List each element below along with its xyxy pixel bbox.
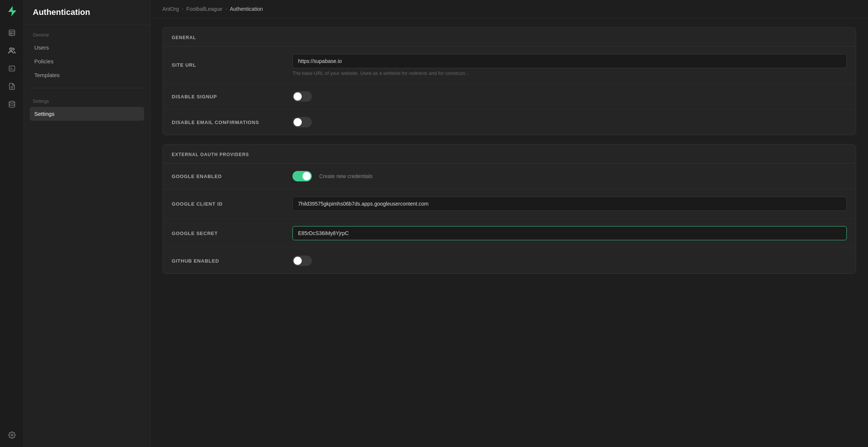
oauth-section-title: EXTERNAL OAUTH PROVIDERS — [163, 145, 856, 164]
svg-point-9 — [9, 101, 15, 103]
google-enabled-extra: Create new credentials — [292, 171, 847, 181]
github-enabled-toggle[interactable] — [292, 256, 312, 266]
google-enabled-slider — [292, 171, 312, 181]
disable-signup-label: DISABLE SIGNUP — [172, 94, 283, 99]
sidebar-item-users[interactable]: Users — [30, 41, 144, 54]
github-enabled-row: GITHUB ENABLED — [163, 248, 856, 273]
site-url-row: SITE URL The base URL of your website. U… — [163, 47, 856, 84]
svg-point-10 — [11, 434, 13, 436]
general-section-card: GENERAL SITE URL The base URL of your we… — [162, 27, 856, 135]
settings-section-label: Settings — [30, 99, 144, 104]
general-section-label: General — [30, 32, 144, 38]
github-enabled-label: GITHUB ENABLED — [172, 258, 283, 264]
disable-email-label: DISABLE EMAIL CONFIRMATIONS — [172, 120, 283, 125]
oauth-section-card: EXTERNAL OAUTH PROVIDERS GOOGLE ENABLED … — [162, 144, 856, 274]
google-enabled-label: GOOGLE ENABLED — [172, 174, 283, 179]
document-nav-icon[interactable] — [4, 79, 19, 94]
terminal-nav-icon[interactable] — [4, 61, 19, 76]
site-url-input[interactable] — [292, 54, 847, 68]
breadcrumb-antorg: AntOrg — [162, 6, 179, 12]
create-credentials-link[interactable]: Create new credentials — [319, 173, 373, 179]
google-enabled-control: Create new credentials — [292, 171, 847, 181]
svg-point-4 — [10, 48, 12, 51]
breadcrumb-footballleague: FootballLeague — [186, 6, 222, 12]
app-logo[interactable] — [5, 4, 19, 18]
sidebar-title: Authentication — [33, 7, 141, 17]
google-secret-input[interactable] — [292, 226, 847, 240]
google-secret-row: GOOGLE SECRET — [163, 219, 856, 248]
google-client-id-label: GOOGLE CLIENT ID — [172, 201, 283, 207]
google-enabled-toggle[interactable] — [292, 171, 312, 181]
settings-section-nav: Settings Settings — [24, 91, 150, 124]
disable-email-toggle[interactable] — [292, 117, 312, 127]
breadcrumb: AntOrg › FootballLeague › Authentication — [151, 0, 868, 18]
google-secret-label: GOOGLE SECRET — [172, 231, 283, 236]
disable-signup-control — [292, 91, 847, 102]
nav-sidebar-header: Authentication — [24, 0, 150, 25]
svg-rect-0 — [9, 30, 15, 36]
content-area: GENERAL SITE URL The base URL of your we… — [151, 18, 868, 447]
sidebar-item-settings[interactable]: Settings — [30, 107, 144, 121]
google-client-id-row: GOOGLE CLIENT ID — [163, 189, 856, 219]
site-url-label: SITE URL — [172, 62, 283, 68]
github-enabled-slider — [292, 256, 312, 266]
google-client-id-control — [292, 197, 847, 211]
breadcrumb-sep-1: › — [182, 6, 183, 12]
github-enabled-control — [292, 256, 847, 266]
sidebar-item-templates[interactable]: Templates — [30, 68, 144, 82]
nav-divider — [30, 88, 144, 88]
users-nav-icon[interactable] — [4, 43, 19, 58]
disable-signup-toggle[interactable] — [292, 91, 312, 102]
site-url-control: The base URL of your website. Used as a … — [292, 54, 847, 76]
database-nav-icon[interactable] — [4, 97, 19, 112]
icon-sidebar — [0, 0, 24, 447]
sidebar-item-policies[interactable]: Policies — [30, 54, 144, 68]
breadcrumb-authentication: Authentication — [230, 6, 263, 12]
table-nav-icon[interactable] — [4, 25, 19, 40]
google-enabled-row: GOOGLE ENABLED Create new credentials — [163, 164, 856, 189]
breadcrumb-sep-2: › — [225, 6, 227, 12]
disable-email-slider — [292, 117, 312, 127]
disable-signup-slider — [292, 91, 312, 102]
general-section-title: GENERAL — [163, 28, 856, 47]
google-client-id-input[interactable] — [292, 197, 847, 211]
disable-email-control — [292, 117, 847, 127]
disable-signup-row: DISABLE SIGNUP — [163, 84, 856, 110]
google-secret-control — [292, 226, 847, 240]
main-content: AntOrg › FootballLeague › Authentication… — [151, 0, 868, 447]
site-url-hint: The base URL of your website. Used as a … — [292, 70, 847, 76]
general-section-nav: General Users Policies Templates — [24, 25, 150, 85]
disable-email-row: DISABLE EMAIL CONFIRMATIONS — [163, 110, 856, 135]
nav-sidebar: Authentication General Users Policies Te… — [24, 0, 151, 447]
gear-nav-icon[interactable] — [4, 428, 19, 443]
